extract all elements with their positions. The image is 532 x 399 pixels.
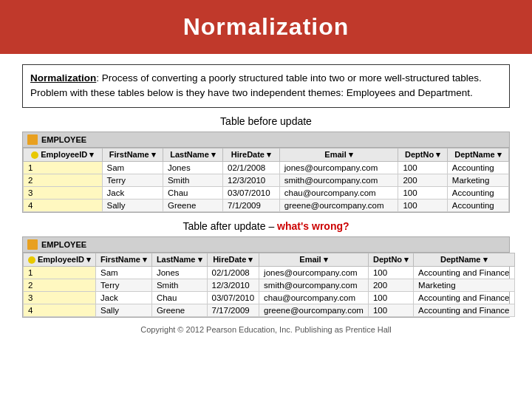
table-cell: Jones (163, 161, 222, 174)
table-before-header-row: EmployeeID ▾ FirstName ▾ LastName ▾ Hire… (24, 148, 509, 161)
table-before-label: Table before update (22, 115, 510, 127)
table-after-name: EMPLOYEE (41, 240, 86, 249)
page-title: Normalization (22, 13, 510, 41)
col-firstname-a: FirstName ▾ (96, 253, 152, 266)
table-cell: 12/3/2010 (223, 174, 280, 186)
table-cell: 7/1/2009 (223, 199, 280, 211)
table-cell: Greene (163, 199, 222, 211)
table-row: 2TerrySmith12/3/2010smith@ourcompany.com… (24, 174, 509, 186)
table-cell: Sam (102, 161, 163, 174)
table-row: 3JackChau03/07/2010chau@ourcompany.com10… (24, 186, 509, 199)
table-cell: Chau (163, 186, 222, 199)
db-icon-after (27, 239, 38, 250)
table-cell: Terry (102, 174, 163, 186)
table-before-header: EMPLOYEE (23, 132, 509, 148)
table-cell: 4 (24, 199, 103, 211)
col-deptname: DeptName ▾ (447, 148, 508, 161)
table-cell: Terry (96, 279, 152, 291)
intro-term: Normalization (30, 72, 96, 83)
col-lastname-a: LastName ▾ (151, 253, 207, 266)
table-row: 1SamJones02/1/2008jones@ourcompany.com10… (24, 266, 515, 279)
intro-description: : Process of converting a poorly structu… (30, 72, 482, 98)
col-firstname: FirstName ▾ (102, 148, 163, 161)
table-cell: 3 (24, 186, 103, 199)
col-lastname: LastName ▾ (163, 148, 222, 161)
table-cell: 100 (368, 304, 413, 316)
table-cell: Accounting (447, 161, 508, 174)
table-row: 1SamJones02/1/2008jones@ourcompany.com10… (24, 161, 509, 174)
table-cell: Jones (151, 266, 207, 279)
table-before: EmployeeID ▾ FirstName ▾ LastName ▾ Hire… (23, 148, 509, 212)
table-row: 4SallyGreene7/1/2009greene@ourcompany.co… (24, 199, 509, 211)
table-cell: 2 (24, 174, 103, 186)
table-cell: 03/07/2010 (207, 291, 259, 304)
table-after-wrapper: EMPLOYEE EmployeeID ▾ FirstName ▾ LastNa… (22, 236, 510, 318)
table-cell: Accounting and Finance (414, 304, 514, 316)
table-cell: Sally (102, 199, 163, 211)
table-cell: Accounting (447, 199, 508, 211)
table-cell: Greene (151, 304, 207, 316)
table-cell: Jack (96, 291, 152, 304)
table-cell: chau@ourcompany.com (259, 291, 369, 304)
main-content: Normalization: Process of converting a p… (0, 54, 532, 343)
table-cell: jones@ourcompany.com (279, 161, 398, 174)
table-cell: 100 (368, 291, 413, 304)
col-hiredate-a: HireDate ▾ (207, 253, 259, 266)
table-cell: greene@ourcompany.com (259, 304, 369, 316)
table-cell: 4 (24, 304, 96, 316)
table-cell: Smith (163, 174, 222, 186)
table-cell: smith@ourcompany.com (259, 279, 369, 291)
col-deptno: DeptNo ▾ (398, 148, 447, 161)
table-after-label: Table after update – what's wrong? (22, 220, 510, 232)
table-cell: Jack (102, 186, 163, 199)
table-row: 4SallyGreene7/17/2009greene@ourcompany.c… (24, 304, 515, 316)
table-cell: Accounting and Finance (414, 266, 514, 279)
table-cell: 200 (398, 174, 447, 186)
table-cell: Accounting (447, 186, 508, 199)
footer: Copyright © 2012 Pearson Education, Inc.… (22, 325, 510, 337)
table-cell: Marketing (447, 174, 508, 186)
table-row: 2TerrySmith12/3/2010smith@ourcompany.com… (24, 279, 515, 291)
table-cell: 200 (368, 279, 413, 291)
table-cell: 100 (368, 266, 413, 279)
intro-box: Normalization: Process of converting a p… (22, 64, 510, 108)
table-cell: 1 (24, 266, 96, 279)
table-after-header: EMPLOYEE (23, 237, 509, 253)
table-cell: Marketing (414, 279, 514, 291)
table-cell: 2 (24, 279, 96, 291)
table-cell: 100 (398, 161, 447, 174)
table-cell: 100 (398, 186, 447, 199)
table-cell: 03/07/2010 (223, 186, 280, 199)
table-cell: greene@ourcompany.com (279, 199, 398, 211)
table-cell: Accounting and Finance (414, 291, 514, 304)
table-cell: 02/1/2008 (207, 266, 259, 279)
col-deptname-a: DeptName ▾ (414, 253, 514, 266)
col-employeeid-a: EmployeeID ▾ (24, 253, 96, 266)
table-cell: chau@ourcompany.com (279, 186, 398, 199)
table-cell: smith@ourcompany.com (279, 174, 398, 186)
col-deptno-a: DeptNo ▾ (368, 253, 413, 266)
table-after-highlight: what's wrong? (277, 220, 349, 232)
table-before-name: EMPLOYEE (41, 135, 86, 144)
table-cell: 02/1/2008 (223, 161, 280, 174)
table-after: EmployeeID ▾ FirstName ▾ LastName ▾ Hire… (23, 253, 515, 317)
table-before-wrapper: EMPLOYEE EmployeeID ▾ FirstName ▾ LastNa… (22, 132, 510, 213)
table-cell: Sam (96, 266, 152, 279)
table-cell: 1 (24, 161, 103, 174)
table-cell: 7/17/2009 (207, 304, 259, 316)
table-cell: 3 (24, 291, 96, 304)
table-cell: Smith (151, 279, 207, 291)
table-after-header-row: EmployeeID ▾ FirstName ▾ LastName ▾ Hire… (24, 253, 515, 266)
col-email: Email ▾ (279, 148, 398, 161)
db-icon (27, 134, 38, 145)
table-cell: 12/3/2010 (207, 279, 259, 291)
copyright-text: Copyright © 2012 Pearson Education, Inc.… (140, 325, 392, 334)
table-cell: 100 (398, 199, 447, 211)
col-email-a: Email ▾ (259, 253, 369, 266)
col-employeeid: EmployeeID ▾ (24, 148, 103, 161)
table-cell: Sally (96, 304, 152, 316)
table-row: 3JackChau03/07/2010chau@ourcompany.com10… (24, 291, 515, 304)
page-header: Normalization (0, 0, 532, 54)
table-cell: jones@ourcompany.com (259, 266, 369, 279)
table-cell: Chau (151, 291, 207, 304)
